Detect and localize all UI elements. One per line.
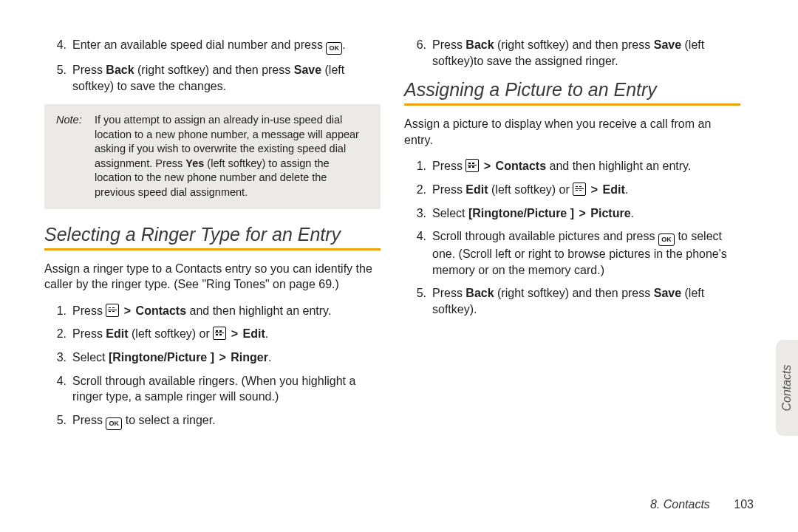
step-number: 4. xyxy=(404,228,432,278)
step-number: 1. xyxy=(44,303,72,319)
pre-list-left: 4.Enter an available speed dial number a… xyxy=(44,37,381,94)
step-number: 4. xyxy=(44,373,72,405)
step-text: Scroll through available pictures and pr… xyxy=(432,228,740,278)
list-item: 1.Press > Contacts and then highlight an… xyxy=(404,158,740,174)
section-intro-picture: Assign a picture to display when you rec… xyxy=(404,116,740,148)
side-tab-label: Contacts xyxy=(780,364,794,411)
step-text: Press > Contacts and then highlight an e… xyxy=(432,158,740,174)
section-intro-ringer: Assign a ringer type to a Contacts entry… xyxy=(44,261,381,293)
note-label: Note: xyxy=(56,113,92,128)
list-item: 1.Press > Contacts and then highlight an… xyxy=(44,303,381,319)
bold-text: Save xyxy=(294,64,321,76)
step-number: 6. xyxy=(404,37,432,69)
bold-text: Ringer xyxy=(231,351,268,364)
footer-chapter: 8. Contacts xyxy=(650,498,710,511)
step-text: Press > Contacts and then highlight an e… xyxy=(72,303,381,319)
step-text: Select [Ringtone/Picture ] > Picture. xyxy=(432,205,740,222)
steps-list-ringer: 1.Press > Contacts and then highlight an… xyxy=(44,303,381,430)
bold-text: Back xyxy=(466,38,494,51)
list-item: 5.Press Back (right softkey) and then pr… xyxy=(404,285,740,317)
step-number: 2. xyxy=(44,326,72,342)
list-item: 2.Press Edit (left softkey) or > Edit. xyxy=(44,326,381,342)
breadcrumb-separator-icon: > xyxy=(482,160,492,172)
step-text: Press Back (right softkey) and then pres… xyxy=(432,37,740,69)
step-text: Press Edit (left softkey) or > Edit. xyxy=(72,326,381,342)
step-text: Scroll through available ringers. (When … xyxy=(72,373,381,405)
bold-text: Edit xyxy=(106,327,128,340)
bold-text: Save xyxy=(654,287,681,299)
step-number: 3. xyxy=(44,349,72,366)
step-text: Press OK to select a ringer. xyxy=(72,412,381,430)
breadcrumb-separator-icon: > xyxy=(230,327,239,340)
step-text: Select [Ringtone/Picture ] > Ringer. xyxy=(72,349,381,366)
step-text: Enter an available speed dial number and… xyxy=(72,37,381,55)
bold-text: [Ringtone/Picture ] xyxy=(468,207,574,219)
menu-key-icon xyxy=(106,304,119,317)
bold-text: Contacts xyxy=(136,304,186,317)
note-body: If you attempt to assign an already in-u… xyxy=(95,113,367,200)
heading-rule xyxy=(404,103,740,106)
step-number: 3. xyxy=(404,205,432,222)
bold-text: Back xyxy=(106,64,134,76)
list-item: 4.Scroll through available ringers. (Whe… xyxy=(44,373,381,405)
footer-page-number: 103 xyxy=(734,498,754,511)
note-box: Note: If you attempt to assign an alread… xyxy=(44,104,381,208)
breadcrumb-separator-icon: > xyxy=(590,183,599,196)
step-text: Press Edit (left softkey) or > Edit. xyxy=(432,182,740,198)
section-heading-picture: Assigning a Picture to an Entry xyxy=(404,79,740,100)
breadcrumb-separator-icon: > xyxy=(217,351,227,364)
step-number: 5. xyxy=(44,62,72,94)
list-item: 4.Enter an available speed dial number a… xyxy=(44,37,381,55)
ok-key-icon: OK xyxy=(326,42,342,55)
pre-list-right: 6.Press Back (right softkey) and then pr… xyxy=(404,37,740,69)
breadcrumb-separator-icon: > xyxy=(123,304,132,317)
bold-text: Edit xyxy=(466,183,488,196)
bold-text: Contacts xyxy=(496,160,546,172)
bold-text: [Ringtone/Picture ] xyxy=(109,351,214,364)
menu-key-icon xyxy=(466,159,479,172)
column-left: 4.Enter an available speed dial number a… xyxy=(44,37,381,440)
bold-text: Save xyxy=(654,38,681,51)
ok-key-icon: OK xyxy=(658,233,675,246)
heading-rule xyxy=(44,248,381,250)
list-item: 6.Press Back (right softkey) and then pr… xyxy=(404,37,740,69)
ok-key-icon: OK xyxy=(106,417,122,430)
step-text: Press Back (right softkey) and then pres… xyxy=(72,62,381,94)
section-heading-ringer: Selecting a Ringer Type for an Entry xyxy=(44,224,381,245)
bold-text: Edit xyxy=(603,183,625,196)
list-item: 5.Press OK to select a ringer. xyxy=(44,412,381,430)
list-item: 3.Select [Ringtone/Picture ] > Picture. xyxy=(404,205,740,222)
bold-text: Edit xyxy=(243,327,265,340)
list-item: 4.Scroll through available pictures and … xyxy=(404,228,740,278)
bold-text: Yes xyxy=(185,157,204,169)
step-number: 1. xyxy=(404,158,432,174)
step-number: 4. xyxy=(44,37,72,55)
list-item: 2.Press Edit (left softkey) or > Edit. xyxy=(404,182,740,198)
breadcrumb-separator-icon: > xyxy=(577,207,587,219)
bold-text: Picture xyxy=(590,207,630,219)
side-tab-contacts: Contacts xyxy=(776,340,798,436)
column-right: 6.Press Back (right softkey) and then pr… xyxy=(404,37,740,440)
menu-key-icon xyxy=(573,183,586,196)
list-item: 3.Select [Ringtone/Picture ] > Ringer. xyxy=(44,349,381,366)
page-footer: 8. Contacts 103 xyxy=(650,498,754,511)
step-number: 2. xyxy=(404,182,432,198)
list-item: 5.Press Back (right softkey) and then pr… xyxy=(44,62,381,94)
step-number: 5. xyxy=(404,285,432,317)
steps-list-picture: 1.Press > Contacts and then highlight an… xyxy=(404,158,740,317)
menu-key-icon xyxy=(213,327,226,340)
step-number: 5. xyxy=(44,412,72,430)
bold-text: Back xyxy=(466,287,494,299)
page-content: 4.Enter an available speed dial number a… xyxy=(0,0,798,470)
step-text: Press Back (right softkey) and then pres… xyxy=(432,285,740,317)
